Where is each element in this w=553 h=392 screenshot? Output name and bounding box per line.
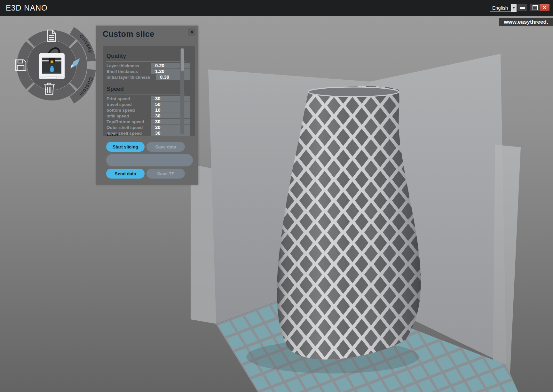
dialog-title: Custom slice bbox=[103, 29, 154, 39]
watermark-url: www.easythreed. bbox=[499, 18, 553, 26]
app-title: E3D NANO bbox=[6, 4, 48, 12]
maximize-button[interactable] bbox=[530, 4, 540, 11]
scrollbar[interactable] bbox=[180, 48, 184, 134]
maximize-icon bbox=[533, 5, 538, 10]
section-header-speed: Speed bbox=[107, 86, 186, 94]
titlebar: E3D NANO English ▼ ✕ bbox=[0, 0, 553, 16]
custom-slice-dialog: Custom slice × Quality Layer thickness 0… bbox=[96, 26, 198, 185]
language-dropdown[interactable]: English ▼ bbox=[490, 4, 517, 12]
save-tf-button[interactable]: Save TF bbox=[146, 169, 185, 179]
minimize-icon bbox=[520, 7, 525, 9]
param-label: Top/Bottom speed bbox=[107, 119, 144, 124]
language-selected: English bbox=[490, 5, 511, 11]
section-header-infill: Infill bbox=[107, 133, 186, 136]
param-label: Shell thickness bbox=[107, 69, 138, 74]
param-label: Outer shell speed bbox=[107, 125, 143, 130]
section-header-quality: Quality bbox=[107, 53, 186, 61]
param-value-field[interactable]: 0.30 bbox=[156, 74, 190, 80]
dialog-close-button[interactable]: × bbox=[188, 28, 195, 36]
close-window-button[interactable]: ✕ bbox=[540, 4, 549, 11]
minimize-button[interactable] bbox=[517, 4, 527, 11]
param-label: travel speed bbox=[107, 102, 132, 107]
param-label: Initial layer thickness bbox=[107, 75, 150, 80]
vase-rim bbox=[308, 87, 399, 97]
start-slicing-button[interactable]: Start slicing bbox=[106, 142, 145, 152]
save-data-button[interactable]: Save data bbox=[146, 142, 185, 152]
tool-wheel: Onekey Custom bbox=[15, 27, 96, 104]
scrollbar-thumb[interactable] bbox=[181, 48, 184, 71]
chevron-down-icon[interactable]: ▼ bbox=[511, 4, 516, 12]
wall-front-right bbox=[493, 145, 521, 392]
send-data-button[interactable]: Send data bbox=[106, 169, 145, 179]
param-label: Layer thickness bbox=[107, 63, 139, 68]
slicing-progress-bar bbox=[106, 154, 193, 166]
viewport-3d[interactable]: Onekey Custom bbox=[0, 0, 553, 392]
param-label: bottom speed bbox=[107, 108, 135, 113]
param-label: Print speed bbox=[107, 96, 130, 101]
slice-parameters-panel[interactable]: Quality Layer thickness 0.20 Shell thick… bbox=[103, 46, 195, 136]
app-window: Onekey Custom bbox=[0, 0, 553, 392]
param-label: infill speed bbox=[107, 114, 129, 118]
